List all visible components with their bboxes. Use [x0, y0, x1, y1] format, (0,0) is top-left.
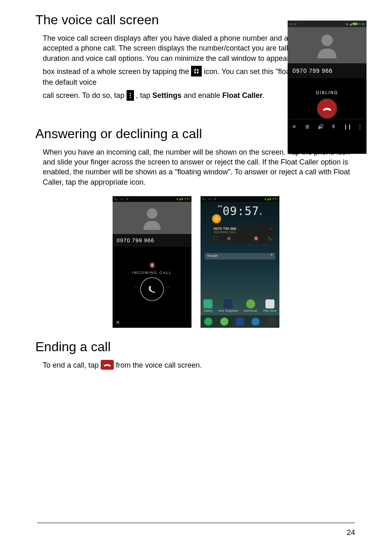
- wifi-icon: ◈: [346, 22, 348, 26]
- page-number: 24: [347, 528, 355, 537]
- app-snapnote[interactable]: Acer SnapNote: [219, 299, 238, 312]
- clock-widget: am09:57✲: [201, 204, 279, 218]
- status-left-icons: ▭ ▭: [289, 22, 297, 26]
- para-vc-3a: call screen. To do so, tap: [43, 91, 127, 100]
- mini-status-right: ◈ ◢ ▮ 9:57: [176, 197, 190, 201]
- float-decline-icon[interactable]: ⌒: [240, 236, 244, 242]
- decline-hint-icon: ⌒: [134, 286, 138, 293]
- dock-messages-icon[interactable]: [220, 317, 228, 326]
- home-status-bar: 📞 ▭ ◷ ◈ ◢ ▮ 9:57: [201, 196, 279, 202]
- para-end-1: To end a call, tap from the voice call s…: [43, 360, 355, 371]
- end-call-icon: [101, 360, 114, 370]
- para-vc-2a: box instead of a whole screen by tapping…: [43, 67, 191, 76]
- clock-am: am: [218, 204, 223, 208]
- para-end-1b: from the voice call screen.: [116, 361, 202, 369]
- mini-avatar-area: [113, 202, 191, 234]
- home-status-left: 📞 ▭ ◷: [202, 197, 217, 201]
- speaker-icon[interactable]: 🔊: [317, 124, 324, 130]
- minimize-call-icon[interactable]: ✕: [291, 124, 297, 130]
- home-wallpaper: am09:57✲ 0970 799 966 INCOMING CALL ⌃ ⛶ …: [201, 202, 279, 328]
- google-search-bar[interactable]: Google 🎤: [205, 253, 275, 259]
- settings-label: Settings: [152, 91, 182, 100]
- clock-time: 09:57: [223, 204, 259, 218]
- float-caller-box[interactable]: 0970 799 966 INCOMING CALL ⌃ ⛶ ⊞ ⌒ 🔇 📞: [211, 225, 275, 243]
- svg-point-0: [129, 93, 131, 94]
- float-keypad-icon[interactable]: ⊞: [227, 236, 231, 242]
- mini-bottom-row: ✕: [113, 317, 191, 328]
- float-expand-icon[interactable]: ⌃: [270, 228, 273, 232]
- para-vc-3b: , tap: [136, 91, 152, 100]
- battery-icon: [353, 23, 357, 25]
- float-caller-screenshot: 📞 ▭ ◷ ◈ ◢ ▮ 9:57 am09:57✲ 0970 799 966 I…: [201, 196, 279, 328]
- more-icon[interactable]: ⋮: [357, 124, 363, 130]
- mute-ringer-icon[interactable]: 🔇: [149, 262, 155, 268]
- status-bar: ▭ ▭ ◈ ◢ 9:38: [288, 21, 367, 27]
- float-answer-icon[interactable]: 📞: [268, 236, 273, 242]
- app-gallery[interactable]: Gallery: [203, 299, 212, 312]
- svg-point-2: [129, 97, 131, 98]
- svg-point-3: [321, 35, 333, 46]
- para-end-1a: To end a call, tap: [43, 361, 101, 369]
- para-vc-3d: .: [263, 91, 265, 100]
- mini-number: 0970 799 966: [113, 234, 191, 247]
- float-sub: INCOMING CALL: [214, 231, 236, 234]
- float-number: 0970 799 966: [214, 227, 236, 231]
- footer-rule: [37, 523, 355, 523]
- overflow-menu-icon: [127, 90, 134, 101]
- mini-status-left: 📞 ▭ ◷: [114, 197, 129, 201]
- float-caller-label: Float Caller: [222, 91, 263, 100]
- dock-phone-icon[interactable]: [204, 317, 212, 326]
- contact-avatar-area: [288, 27, 367, 63]
- answer-hint-icon: ⌒: [166, 286, 171, 293]
- home-status-right: ◈ ◢ ▮ 9:57: [264, 197, 278, 201]
- voice-call-screenshot: ▭ ▭ ◈ ◢ 9:38 0970 799 966 DIALING ✕ ⊞ 🔊 …: [288, 21, 367, 154]
- float-mute-icon[interactable]: 🔇: [254, 236, 258, 242]
- hold-icon[interactable]: ❙❙: [344, 124, 350, 130]
- dock-browser-icon[interactable]: [251, 317, 260, 326]
- google-label: Google: [207, 254, 218, 259]
- dock-camera-icon[interactable]: [267, 317, 276, 326]
- app-acercloud[interactable]: AcerCloud: [244, 299, 257, 312]
- incoming-call-screenshot: 📞 ▭ ◷ ◈ ◢ ▮ 9:57 0970 799 966 🔇 INCOMING…: [113, 196, 191, 328]
- mini-minimize-icon[interactable]: ✕: [116, 320, 120, 325]
- svg-point-4: [147, 208, 157, 218]
- answer-slide-button[interactable]: ⌒ ⌒: [140, 277, 164, 301]
- para-vc-3c: and enable: [184, 91, 222, 100]
- status-right: ◈ ◢ 9:38: [346, 22, 365, 26]
- float-expand2-icon[interactable]: ⛶: [214, 236, 218, 242]
- avatar-icon: [316, 32, 338, 58]
- hangup-button[interactable]: [317, 98, 337, 119]
- phone-number: 0970 799 966: [288, 63, 367, 78]
- dialing-label: DIALING: [316, 90, 338, 95]
- svg-point-1: [129, 95, 131, 96]
- dock: [201, 315, 279, 328]
- mini-status-bar: 📞 ▭ ◷ ◈ ◢ ▮ 9:57: [113, 196, 191, 202]
- minimize-icon: [191, 66, 202, 76]
- mute-icon[interactable]: 🎙: [330, 124, 337, 130]
- mic-icon[interactable]: 🎤: [269, 254, 273, 259]
- app-row: Gallery Acer SnapNote AcerCloud Play Sto…: [201, 299, 279, 312]
- status-time: 9:38: [358, 22, 365, 26]
- app-playstore[interactable]: Play Store: [263, 299, 277, 312]
- signal-icon: ◢: [349, 22, 352, 26]
- heading-ending-call: Ending a call: [35, 339, 355, 354]
- call-options-row: ✕ ⊞ 🔊 🎙 ❙❙ ⋮: [288, 119, 367, 134]
- dock-apps-icon[interactable]: [236, 317, 244, 326]
- incoming-label: INCOMING CALL: [132, 271, 172, 275]
- keypad-icon[interactable]: ⊞: [304, 124, 311, 130]
